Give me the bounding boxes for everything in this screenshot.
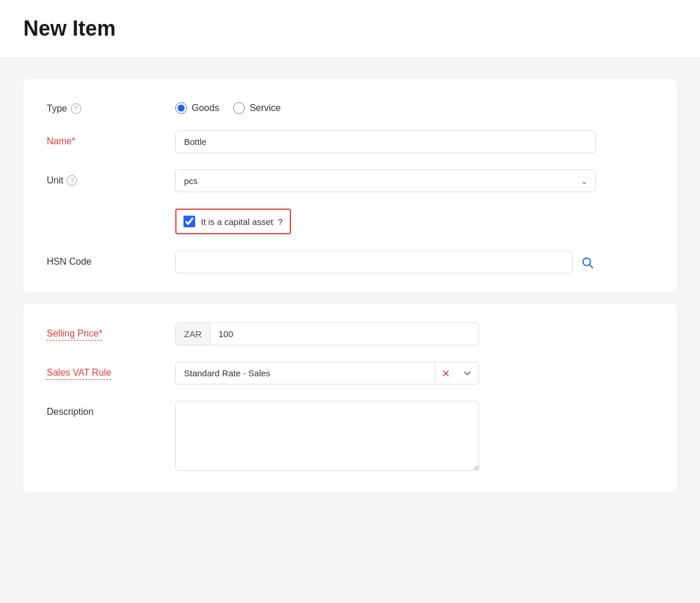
radio-service[interactable]: Service xyxy=(233,102,280,114)
hsn-code-label: HSN Code xyxy=(47,251,175,267)
name-row: Name* xyxy=(47,130,653,153)
section-basic-info: Type ? Goods Service Name* xyxy=(23,79,677,292)
radio-goods-label[interactable]: Goods xyxy=(192,103,219,113)
vat-clear-button[interactable] xyxy=(435,364,456,383)
sales-vat-label-wrapper: Sales VAT Rule xyxy=(47,362,175,380)
radio-goods-input[interactable] xyxy=(175,102,187,114)
page-title: New Item xyxy=(23,16,677,41)
capital-asset-checkbox-wrapper[interactable]: It is a capital asset ? xyxy=(175,209,291,234)
unit-control: pcs nos kg ltr ⌄ xyxy=(175,169,596,192)
type-radio-group: Goods Service xyxy=(175,98,596,114)
description-row: Description xyxy=(47,401,653,473)
name-label: Name* xyxy=(47,130,175,147)
type-control: Goods Service xyxy=(175,98,596,114)
type-label: Type ? xyxy=(47,98,175,114)
capital-asset-label[interactable]: It is a capital asset ? xyxy=(201,217,283,227)
hsn-code-control xyxy=(175,251,596,273)
capital-asset-row: It is a capital asset ? xyxy=(47,209,653,234)
search-icon xyxy=(581,256,594,269)
close-icon xyxy=(441,369,451,378)
capital-asset-spacer xyxy=(47,209,175,214)
selling-price-wrapper: ZAR xyxy=(175,323,479,345)
page-header: New Item xyxy=(0,0,700,58)
type-row: Type ? Goods Service xyxy=(47,98,653,114)
selling-price-label-row: Selling Price* xyxy=(47,328,102,341)
hsn-code-row: HSN Code xyxy=(47,251,653,273)
capital-asset-help-icon[interactable]: ? xyxy=(278,217,282,227)
description-control xyxy=(175,401,596,473)
currency-label: ZAR xyxy=(176,323,210,345)
vat-rule-value: Standard Rate - Sales xyxy=(176,362,435,384)
hsn-wrapper xyxy=(175,251,596,273)
selling-price-control: ZAR xyxy=(175,323,596,345)
vat-dropdown-button[interactable] xyxy=(456,363,479,383)
sales-vat-label-row: Sales VAT Rule xyxy=(47,368,111,380)
sales-vat-rule-row: Sales VAT Rule Standard Rate - Sales xyxy=(47,362,653,384)
selling-price-row: Selling Price* ZAR xyxy=(47,323,653,345)
vat-rule-wrapper: Standard Rate - Sales xyxy=(175,362,479,384)
hsn-search-button[interactable] xyxy=(578,254,596,271)
type-help-icon[interactable]: ? xyxy=(71,103,81,114)
name-control xyxy=(175,130,596,153)
unit-select[interactable]: pcs nos kg ltr xyxy=(175,169,596,192)
description-label: Description xyxy=(47,401,175,417)
unit-label: Unit ? xyxy=(47,169,175,186)
sales-vat-label: Sales VAT Rule xyxy=(47,368,111,380)
chevron-down-icon xyxy=(462,368,473,379)
capital-asset-checkbox[interactable] xyxy=(183,216,195,227)
svg-line-1 xyxy=(590,265,592,268)
selling-price-label-wrapper: Selling Price* xyxy=(47,323,175,341)
capital-asset-control: It is a capital asset ? xyxy=(175,209,596,234)
hsn-code-input[interactable] xyxy=(175,251,573,273)
selling-price-label: Selling Price* xyxy=(47,328,102,341)
selling-price-input[interactable] xyxy=(210,323,479,345)
section-pricing: Selling Price* ZAR Sales VAT Rule Standa… xyxy=(23,304,677,492)
name-input[interactable] xyxy=(175,130,596,153)
unit-help-icon[interactable]: ? xyxy=(67,175,77,186)
description-input[interactable] xyxy=(175,401,479,471)
unit-select-wrapper: pcs nos kg ltr ⌄ xyxy=(175,169,596,192)
form-container: Type ? Goods Service Name* xyxy=(0,58,700,525)
vat-rule-actions xyxy=(435,362,479,384)
unit-row: Unit ? pcs nos kg ltr ⌄ xyxy=(47,169,653,192)
radio-goods[interactable]: Goods xyxy=(175,102,219,114)
radio-service-label[interactable]: Service xyxy=(249,103,280,113)
radio-service-input[interactable] xyxy=(233,102,245,114)
sales-vat-rule-control: Standard Rate - Sales xyxy=(175,362,596,384)
